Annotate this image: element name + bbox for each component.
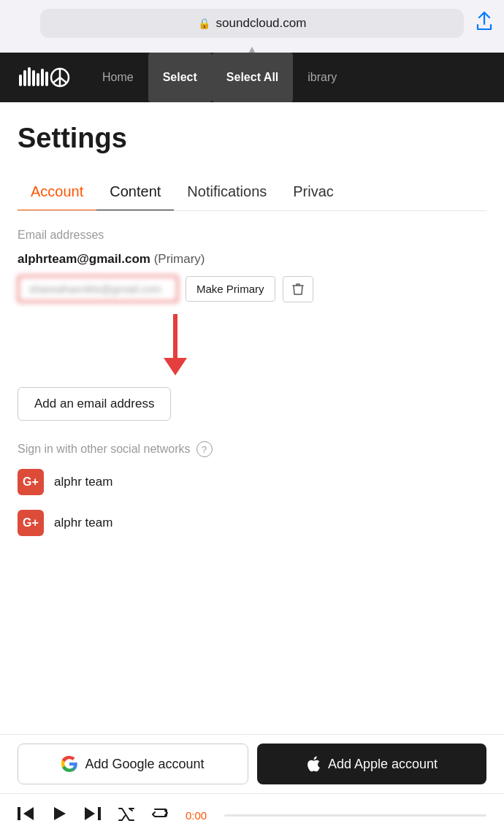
skip-forward-button[interactable] (85, 806, 101, 826)
add-apple-label: Add Apple account (328, 757, 438, 772)
social-item-2: G+ alphr team (18, 510, 486, 536)
add-apple-button[interactable]: Add Apple account (257, 744, 486, 784)
svg-rect-4 (37, 73, 39, 86)
email-section-label: Email addresses (18, 229, 486, 242)
add-accounts-row: Add Google account Add Apple account (0, 734, 504, 793)
browser-bar: 🔒 soundcloud.com (0, 0, 504, 44)
social-item-1: G+ alphr team (18, 469, 486, 495)
svg-rect-12 (18, 807, 20, 820)
skip-back-button[interactable] (18, 806, 34, 826)
add-email-button[interactable]: Add an email address (18, 387, 171, 421)
primary-email-suffix: (Primary) (154, 252, 205, 266)
red-arrow (164, 314, 187, 375)
svg-rect-15 (98, 807, 101, 820)
svg-line-9 (53, 77, 60, 83)
secondary-email-row: shareahannkls@gmail.com Make Primary (18, 275, 486, 302)
time-display: 0:00 (186, 809, 207, 822)
tab-privacy[interactable]: Privac (280, 175, 347, 210)
svg-marker-13 (54, 807, 66, 820)
svg-rect-5 (41, 69, 44, 86)
svg-rect-1 (23, 70, 26, 86)
social-name-1: alphr team (54, 475, 112, 489)
arrow-annotation (18, 314, 486, 375)
play-bar: 0:00 (0, 793, 504, 837)
progress-bar[interactable] (224, 814, 486, 817)
url-text: soundcloud.com (216, 16, 307, 31)
add-google-button[interactable]: Add Google account (18, 744, 248, 784)
lock-icon: 🔒 (198, 18, 210, 29)
svg-line-10 (60, 77, 67, 83)
svg-rect-6 (45, 72, 48, 86)
svg-rect-3 (32, 70, 35, 86)
google-icon (61, 756, 77, 772)
shuffle-button[interactable] (118, 806, 134, 825)
arrow-head (164, 358, 187, 375)
apple-icon (306, 756, 321, 772)
settings-title: Settings (18, 123, 486, 154)
svg-marker-11 (23, 807, 34, 820)
primary-email-address: alphrteam@gmail.com (18, 252, 150, 266)
tab-content[interactable]: Content (96, 175, 174, 210)
delete-email-button[interactable] (283, 276, 313, 302)
tab-account[interactable]: Account (18, 175, 96, 210)
social-name-2: alphr team (54, 516, 112, 530)
add-google-label: Add Google account (85, 757, 204, 772)
gplus-icon-1: G+ (18, 469, 44, 495)
play-button[interactable] (51, 806, 67, 826)
nav-library[interactable]: ibrary (293, 53, 351, 102)
url-bar[interactable]: 🔒 soundcloud.com (40, 9, 464, 38)
svg-rect-2 (28, 67, 31, 86)
help-icon[interactable]: ? (196, 441, 213, 457)
svg-marker-14 (85, 807, 95, 820)
soundcloud-logo[interactable] (0, 53, 88, 102)
nav-items: Home Select Select All ibrary (88, 53, 504, 102)
content-area: Settings Account Content Notifications P… (0, 102, 504, 837)
svg-rect-0 (19, 74, 22, 86)
page-wrapper: Settings Account Content Notifications P… (0, 102, 504, 837)
primary-email: alphrteam@gmail.com (Primary) (18, 252, 486, 267)
social-label: Sign in with other social networks ? (18, 441, 486, 457)
secondary-email-blurred: shareahannkls@gmail.com (18, 275, 178, 302)
gplus-icon-2: G+ (18, 510, 44, 536)
nav-select-all[interactable]: Select All (212, 53, 293, 102)
make-primary-button[interactable]: Make Primary (186, 276, 275, 302)
nav-select[interactable]: Select (148, 53, 212, 102)
nav-bar: Home Select Select All ibrary (0, 53, 504, 102)
tab-notifications[interactable]: Notifications (174, 175, 280, 210)
nav-home[interactable]: Home (88, 53, 148, 102)
arrow-shaft (173, 314, 177, 358)
share-button[interactable] (476, 12, 492, 35)
tabs: Account Content Notifications Privac (18, 175, 486, 211)
repeat-button[interactable] (152, 806, 168, 825)
